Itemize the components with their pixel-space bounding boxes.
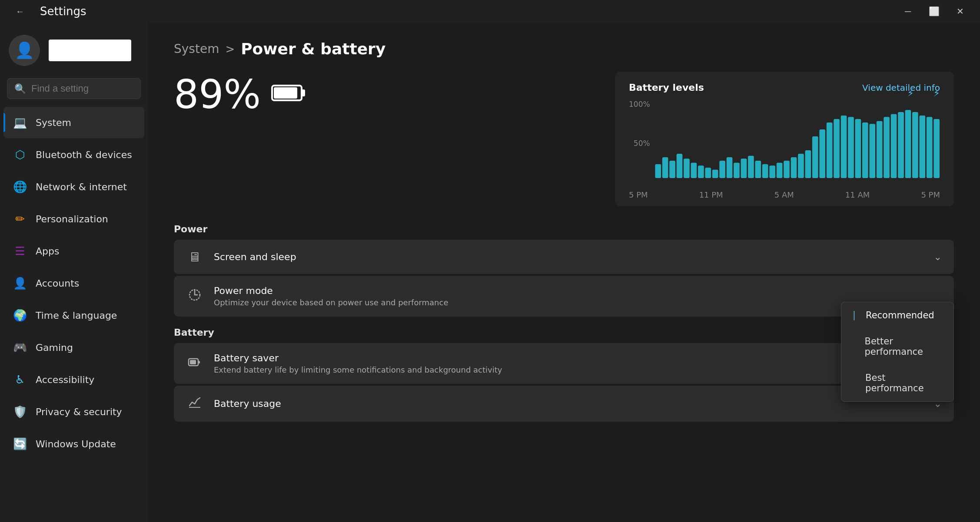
chart-bar — [734, 163, 740, 178]
breadcrumb: System > Power & battery — [174, 40, 954, 58]
sidebar-item-update[interactable]: 🔄 Windows Update — [3, 428, 144, 459]
chart-time-label: 5 PM — [921, 190, 940, 199]
window-controls: ─ ⬜ ✕ — [895, 0, 973, 23]
chart-bar — [662, 157, 668, 178]
power-mode-dropdown[interactable]: │ Recommended Better performance Best pe… — [841, 302, 954, 402]
minimize-button[interactable]: ─ — [895, 0, 921, 23]
battery-display: 89% — [174, 72, 306, 117]
nav-icon-system: 💻 — [12, 115, 28, 130]
nav-label-accounts: Accounts — [36, 278, 79, 289]
sidebar-item-apps[interactable]: ☰ Apps — [3, 235, 144, 267]
sidebar-item-accounts[interactable]: 👤 Accounts — [3, 268, 144, 299]
nav-icon-gaming: 🎮 — [12, 340, 28, 355]
app-body: 👤 🔍 💻 System ⬡ Bluetooth & devices 🌐 Net… — [0, 23, 980, 522]
chart-bar — [927, 117, 933, 178]
battery-saver-desc: Extend battery life by limiting some not… — [214, 365, 848, 374]
nav-label-personalization: Personalization — [36, 214, 108, 225]
chart-bar — [719, 161, 725, 178]
sidebar-item-personalization[interactable]: ✏️ Personalization — [3, 203, 144, 235]
battery-saver-text: Battery saver Extend battery life by lim… — [214, 353, 848, 374]
top-section: 89% Battery levels View detailed info — [174, 72, 954, 206]
nav-label-update: Windows Update — [36, 439, 116, 449]
battery-saver-card[interactable]: Battery saver Extend battery life by lim… — [174, 343, 954, 384]
breadcrumb-parent: System — [174, 42, 219, 56]
chart-area — [654, 100, 940, 178]
battery-usage-title: Battery usage — [214, 398, 924, 409]
battery-chart-container: Battery levels View detailed info 100% 5… — [615, 72, 954, 206]
sidebar-item-privacy[interactable]: 🛡️ Privacy & security — [3, 396, 144, 427]
close-button[interactable]: ✕ — [947, 0, 973, 23]
search-box[interactable]: 🔍 — [7, 78, 141, 99]
nav-icon-privacy: 🛡️ — [12, 404, 28, 420]
battery-usage-icon — [186, 395, 203, 412]
chart-time-label: 11 PM — [699, 190, 723, 199]
sidebar-item-system[interactable]: 💻 System — [3, 107, 144, 138]
battery-section-label: Battery — [174, 327, 954, 338]
sidebar-item-network[interactable]: 🌐 Network & internet — [3, 171, 144, 202]
chart-bar — [884, 117, 890, 178]
sidebar-item-bluetooth[interactable]: ⬡ Bluetooth & devices — [3, 139, 144, 170]
battery-percent: 89% — [174, 72, 261, 117]
charging-icon-right: ⚡ — [933, 88, 940, 99]
power-mode-card[interactable]: Power mode Optimize your device based on… — [174, 276, 954, 317]
nav-icon-bluetooth: ⬡ — [12, 147, 28, 162]
dropdown-item-recommended[interactable]: │ Recommended — [841, 302, 953, 328]
chart-bar — [834, 119, 840, 178]
battery-usage-card[interactable]: Battery usage ⌄ — [174, 386, 954, 422]
chart-bar — [784, 161, 790, 178]
chart-bar — [669, 161, 675, 178]
charging-icon-left: ⚡ — [907, 88, 914, 99]
chart-bar — [848, 117, 854, 178]
dropdown-label-recommended: Recommended — [866, 310, 934, 320]
chart-time-label: 5 AM — [774, 190, 794, 199]
chart-bar — [912, 112, 918, 178]
chart-y-100: 100% — [629, 100, 650, 109]
chart-time-label: 5 PM — [629, 190, 648, 199]
chart-title: Battery levels — [629, 82, 704, 93]
screen-sleep-right: ⌄ — [934, 251, 942, 262]
battery-chart-svg — [654, 100, 940, 178]
chart-bar — [776, 163, 782, 178]
power-mode-icon — [186, 288, 203, 305]
chart-bar — [805, 150, 811, 178]
sidebar-item-time[interactable]: 🌍 Time & language — [3, 300, 144, 331]
chart-bar — [798, 154, 804, 178]
nav-label-time: Time & language — [36, 310, 117, 321]
nav-icon-apps: ☰ — [12, 243, 28, 259]
battery-icon — [271, 79, 306, 110]
dropdown-item-best[interactable]: Best performance — [841, 365, 953, 401]
chart-y-0 — [648, 178, 650, 187]
chart-bar — [676, 154, 682, 178]
chart-bar — [862, 122, 868, 178]
app-title: Settings — [40, 5, 86, 18]
nav-label-bluetooth: Bluetooth & devices — [36, 149, 132, 160]
sidebar: 👤 🔍 💻 System ⬡ Bluetooth & devices 🌐 Net… — [0, 23, 148, 522]
search-input[interactable] — [31, 83, 148, 94]
power-mode-text: Power mode Optimize your device based on… — [214, 285, 942, 307]
chart-bar — [812, 136, 818, 178]
nav-icon-accessibility: ♿ — [12, 372, 28, 387]
nav-icon-time: 🌍 — [12, 307, 28, 323]
dropdown-item-better[interactable]: Better performance — [841, 328, 953, 365]
chart-bar — [762, 164, 768, 178]
chart-bar — [755, 161, 761, 178]
nav-label-gaming: Gaming — [36, 342, 73, 353]
restore-button[interactable]: ⬜ — [921, 0, 947, 23]
battery-saver-svg-icon — [188, 355, 202, 369]
chart-bar — [826, 122, 832, 178]
power-mode-desc: Optimize your device based on power use … — [214, 298, 942, 307]
chart-bar — [769, 165, 775, 178]
chart-bar — [748, 156, 754, 178]
title-bar-left: ← Settings — [7, 0, 86, 23]
view-detailed-info-link[interactable]: View detailed info — [862, 83, 940, 93]
battery-svg-icon — [271, 82, 306, 104]
sidebar-item-accessibility[interactable]: ♿ Accessibility — [3, 364, 144, 395]
nav-label-privacy: Privacy & security — [36, 406, 122, 417]
dropdown-label-best: Best performance — [865, 373, 943, 393]
nav-list: 💻 System ⬡ Bluetooth & devices 🌐 Network… — [0, 106, 148, 460]
sidebar-item-gaming[interactable]: 🎮 Gaming — [3, 332, 144, 363]
screen-and-sleep-card[interactable]: 🖥 Screen and sleep ⌄ — [174, 240, 954, 274]
back-button[interactable]: ← — [7, 0, 33, 23]
chart-bar — [876, 121, 882, 178]
chart-bar — [684, 159, 690, 178]
